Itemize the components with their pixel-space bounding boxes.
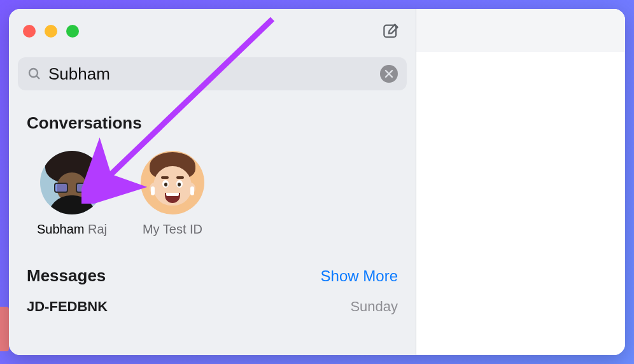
search-input[interactable] bbox=[48, 64, 380, 84]
svg-point-1 bbox=[29, 69, 38, 77]
avatar bbox=[141, 151, 204, 214]
window-controls bbox=[23, 25, 79, 38]
close-window-button[interactable] bbox=[23, 25, 36, 38]
message-row[interactable]: JD-FEDBNK Sunday bbox=[9, 291, 416, 315]
clear-search-button[interactable] bbox=[380, 65, 398, 83]
conversations-list: Subham Raj My Test ID bbox=[9, 139, 416, 243]
conversation-pane bbox=[416, 9, 625, 355]
fullscreen-window-button[interactable] bbox=[66, 25, 79, 38]
search-icon bbox=[27, 66, 42, 81]
titlebar bbox=[9, 9, 416, 48]
show-more-link[interactable]: Show More bbox=[321, 267, 398, 285]
compose-button[interactable] bbox=[380, 20, 402, 42]
close-icon bbox=[384, 69, 393, 78]
conversations-heading: Conversations bbox=[9, 95, 416, 139]
compose-icon bbox=[381, 22, 400, 41]
avatar bbox=[40, 151, 104, 214]
decorative-edge bbox=[0, 307, 9, 351]
messages-header: Messages Show More bbox=[9, 243, 416, 291]
contact-name-label: Subham Raj bbox=[37, 222, 107, 237]
search-bar[interactable] bbox=[18, 57, 407, 90]
conversation-my-test-id[interactable]: My Test ID bbox=[135, 151, 210, 237]
minimize-window-button[interactable] bbox=[45, 25, 57, 38]
messages-window: Conversations Subham Raj bbox=[9, 9, 625, 355]
message-time-label: Sunday bbox=[350, 298, 398, 315]
svg-line-2 bbox=[36, 76, 39, 79]
conversation-subham-raj[interactable]: Subham Raj bbox=[34, 151, 109, 237]
sidebar: Conversations Subham Raj bbox=[9, 9, 416, 355]
messages-heading: Messages bbox=[27, 266, 106, 286]
content-toolbar-strip bbox=[416, 9, 625, 52]
message-sender-label: JD-FEDBNK bbox=[27, 298, 108, 315]
contact-name-label: My Test ID bbox=[143, 222, 202, 237]
search-container bbox=[9, 48, 416, 95]
